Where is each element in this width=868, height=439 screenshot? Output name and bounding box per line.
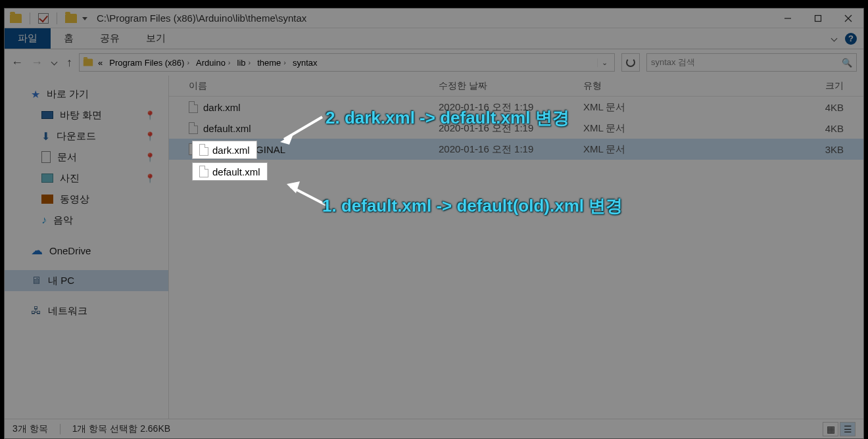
music-icon: ♪	[41, 214, 47, 226]
column-type[interactable]: 유형	[583, 80, 741, 92]
breadcrumb-segment[interactable]: Program Files (x86)›	[107, 58, 192, 68]
history-dropdown-icon[interactable]	[51, 58, 59, 66]
help-icon[interactable]: ?	[845, 33, 857, 45]
breadcrumb-segment[interactable]: Arduino›	[193, 58, 233, 68]
sidebar-music[interactable]: ♪음악	[5, 210, 168, 231]
view-large-icons-button[interactable]: ▦	[823, 422, 838, 436]
pin-icon: 📍	[145, 152, 155, 162]
address-bar[interactable]: « Program Files (x86)› Arduino› lib› the…	[79, 53, 615, 72]
column-headers[interactable]: 이름 수정한 날짜 유형 크기	[169, 76, 863, 97]
highlight-file-default: default.xml	[192, 162, 268, 181]
refresh-icon	[626, 58, 635, 67]
annotation-text-2: 2. dark.xml -> default.xml 변경	[326, 106, 569, 129]
file-icon	[189, 101, 198, 113]
sidebar-quick-access[interactable]: ★바로 가기	[5, 83, 168, 104]
title-bar: C:\Program Files (x86)\Arduino\lib\theme…	[5, 9, 863, 28]
file-row[interactable]: default_ORIGINAL 2020-01-16 오전 1:19 XML …	[169, 139, 863, 160]
navigation-pane: ★바로 가기 바탕 화면📍 ⬇다운로드📍 문서📍 사진📍 동영상 ♪음악 ☁On…	[5, 76, 169, 419]
star-icon: ★	[31, 88, 40, 101]
network-icon: 🖧	[31, 305, 41, 317]
breadcrumb-segment[interactable]: syntax	[290, 58, 320, 68]
pin-icon: 📍	[145, 173, 155, 183]
file-icon	[189, 122, 198, 134]
sidebar-downloads[interactable]: ⬇다운로드📍	[5, 126, 168, 147]
breadcrumb-prefix: «	[98, 58, 103, 68]
pictures-icon	[41, 173, 53, 183]
status-bar: 3개 항목 1개 항목 선택함 2.66KB ▦ ☰	[5, 419, 863, 438]
folder-icon	[84, 58, 93, 66]
qat-dropdown-icon[interactable]	[82, 15, 89, 22]
sidebar-desktop[interactable]: 바탕 화면📍	[5, 104, 168, 126]
file-icon	[199, 166, 208, 177]
ribbon-collapse-icon[interactable]	[831, 35, 838, 43]
pin-icon: 📍	[145, 131, 155, 141]
address-dropdown-icon[interactable]: ⌄	[597, 58, 612, 67]
close-button[interactable]	[833, 9, 863, 28]
sidebar-network[interactable]: 🖧네트워크	[5, 300, 168, 321]
arrow-annotation-1	[276, 112, 329, 151]
folder-icon	[10, 14, 22, 23]
back-button[interactable]: ←	[11, 56, 23, 70]
sidebar-videos[interactable]: 동영상	[5, 189, 168, 210]
breadcrumb-segment[interactable]: lib›	[235, 58, 254, 68]
minimize-button[interactable]	[773, 9, 803, 28]
ribbon-tabs: 파일 홈 공유 보기 ?	[5, 28, 863, 49]
search-placeholder: syntax 검색	[651, 57, 695, 68]
view-details-button[interactable]: ☰	[840, 422, 856, 436]
sidebar-this-pc[interactable]: 🖥내 PC	[5, 270, 168, 291]
tab-file[interactable]: 파일	[5, 28, 51, 49]
column-size[interactable]: 크기	[741, 80, 863, 92]
window-title: C:\Program Files (x86)\Arduino\lib\theme…	[94, 12, 306, 24]
svg-rect-1	[815, 15, 821, 21]
cloud-icon: ☁	[31, 243, 43, 258]
column-date[interactable]: 수정한 날짜	[439, 80, 583, 92]
refresh-button[interactable]	[621, 53, 640, 72]
sidebar-pictures[interactable]: 사진📍	[5, 168, 168, 189]
annotation-text-1: 1. default.xml -> default(old).xml 변경	[322, 195, 623, 218]
pc-icon: 🖥	[31, 275, 41, 287]
column-name[interactable]: 이름	[169, 80, 439, 92]
up-button[interactable]: ↑	[66, 56, 72, 70]
status-selection: 1개 항목 선택함 2.66KB	[72, 423, 170, 435]
svg-marker-4	[280, 134, 293, 145]
status-item-count: 3개 항목	[12, 423, 48, 435]
tab-share[interactable]: 공유	[87, 28, 133, 49]
navigation-bar: ← → ↑ « Program Files (x86)› Arduino› li…	[5, 49, 863, 76]
search-icon: 🔍	[842, 58, 852, 68]
maximize-button[interactable]	[803, 9, 833, 28]
download-icon: ⬇	[41, 130, 50, 143]
breadcrumb-segment[interactable]: theme›	[254, 58, 289, 68]
search-input[interactable]: syntax 검색 🔍	[646, 53, 857, 72]
tab-view[interactable]: 보기	[133, 28, 179, 49]
desktop-icon	[41, 111, 53, 119]
qat-properties-icon[interactable]	[38, 13, 49, 24]
file-icon	[199, 144, 208, 156]
videos-icon	[41, 195, 53, 204]
tab-home[interactable]: 홈	[51, 28, 87, 49]
pin-icon: 📍	[145, 110, 155, 120]
forward-button[interactable]: →	[31, 56, 43, 70]
explorer-window: C:\Program Files (x86)\Arduino\lib\theme…	[4, 8, 864, 439]
sidebar-documents[interactable]: 문서📍	[5, 147, 168, 168]
folder-icon-small	[65, 14, 77, 23]
highlight-file-dark: dark.xml	[192, 141, 257, 159]
sidebar-onedrive[interactable]: ☁OneDrive	[5, 240, 168, 261]
document-icon	[41, 151, 51, 163]
